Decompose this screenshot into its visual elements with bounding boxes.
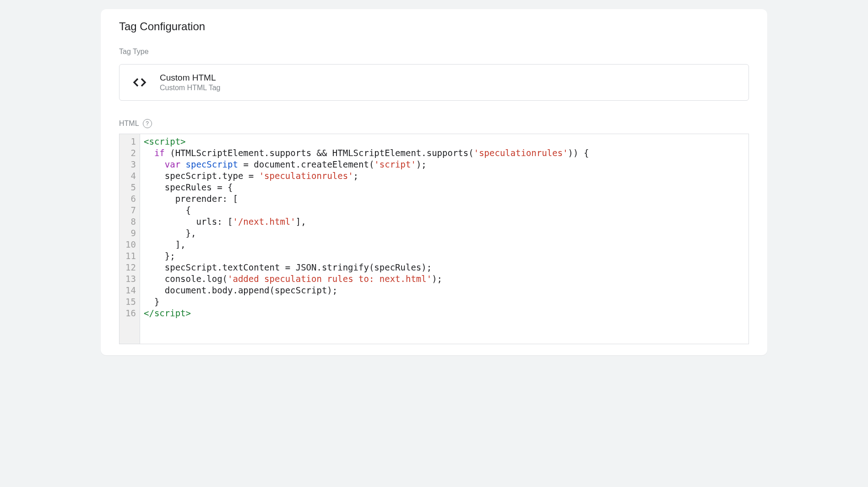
line-number: 5: [124, 182, 136, 193]
code-line[interactable]: console.log('added speculation rules to:…: [144, 273, 745, 285]
line-number: 2: [124, 147, 136, 159]
line-number: 15: [124, 296, 136, 308]
code-line[interactable]: },: [144, 227, 745, 239]
line-number: 7: [124, 205, 136, 216]
line-number-gutter: 12345678910111213141516: [119, 134, 140, 344]
code-line[interactable]: if (HTMLScriptElement.supports && HTMLSc…: [144, 147, 745, 159]
code-line[interactable]: urls: ['/next.html'],: [144, 216, 745, 227]
line-number: 13: [124, 273, 136, 285]
code-line[interactable]: ],: [144, 239, 745, 250]
code-line[interactable]: specScript.textContent = JSON.stringify(…: [144, 262, 745, 273]
line-number: 8: [124, 216, 136, 227]
code-line[interactable]: specRules = {: [144, 182, 745, 193]
code-content[interactable]: <script> if (HTMLScriptElement.supports …: [140, 134, 749, 344]
line-number: 9: [124, 227, 136, 239]
code-line[interactable]: }: [144, 296, 745, 308]
code-line[interactable]: {: [144, 205, 745, 216]
line-number: 12: [124, 262, 136, 273]
code-line[interactable]: </script>: [144, 308, 745, 319]
line-number: 16: [124, 308, 136, 319]
line-number: 1: [124, 136, 136, 147]
tag-configuration-card: Tag Configuration Tag Type Custom HTML C…: [101, 9, 767, 355]
code-line[interactable]: var specScript = document.createElement(…: [144, 159, 745, 170]
code-line[interactable]: prerender: [: [144, 193, 745, 205]
code-line[interactable]: };: [144, 250, 745, 262]
line-number: 14: [124, 285, 136, 296]
line-number: 6: [124, 193, 136, 205]
code-line[interactable]: specScript.type = 'speculationrules';: [144, 170, 745, 182]
line-number: 3: [124, 159, 136, 170]
tag-type-label: Tag Type: [101, 48, 767, 56]
code-brackets-icon: [130, 73, 149, 92]
tag-type-selector[interactable]: Custom HTML Custom HTML Tag: [119, 64, 749, 101]
line-number: 4: [124, 170, 136, 182]
html-field-header: HTML ?: [101, 119, 767, 128]
tag-type-subtitle: Custom HTML Tag: [160, 84, 220, 92]
tag-type-text: Custom HTML Custom HTML Tag: [160, 73, 220, 92]
html-code-editor[interactable]: 12345678910111213141516 <script> if (HTM…: [119, 134, 749, 344]
section-title: Tag Configuration: [101, 20, 767, 33]
line-number: 11: [124, 250, 136, 262]
html-label: HTML: [119, 119, 139, 128]
tag-type-title: Custom HTML: [160, 73, 220, 83]
code-line[interactable]: document.body.append(specScript);: [144, 285, 745, 296]
code-line[interactable]: <script>: [144, 136, 745, 147]
line-number: 10: [124, 239, 136, 250]
help-icon[interactable]: ?: [143, 119, 152, 128]
